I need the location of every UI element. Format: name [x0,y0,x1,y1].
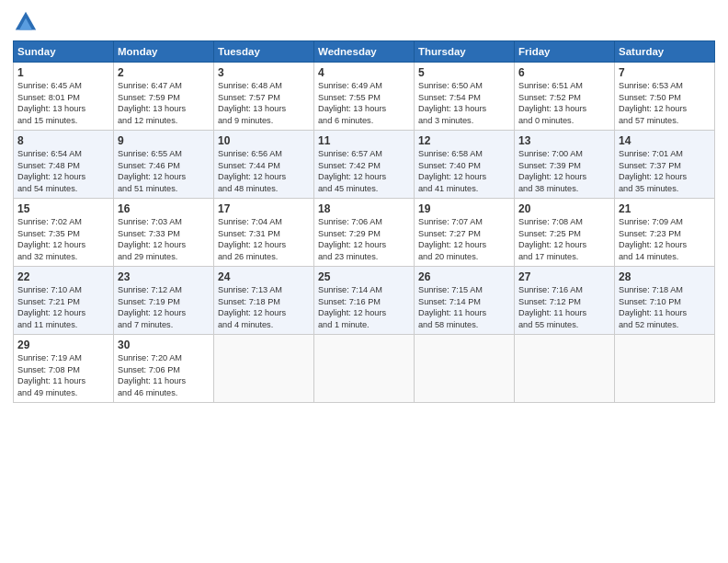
day-info: Sunrise: 7:14 AM Sunset: 7:16 PM Dayligh… [318,284,410,331]
calendar-cell: 9Sunrise: 6:55 AM Sunset: 7:46 PM Daylig… [114,131,214,199]
calendar-cell: 15Sunrise: 7:02 AM Sunset: 7:35 PM Dayli… [14,199,114,267]
day-number: 7 [619,66,711,79]
day-number: 1 [17,66,109,79]
day-number: 30 [118,339,210,351]
day-number: 28 [619,270,711,283]
day-number: 2 [118,66,210,79]
calendar-cell: 26Sunrise: 7:15 AM Sunset: 7:14 PM Dayli… [415,267,515,335]
calendar-cell [615,335,715,403]
day-number: 26 [418,270,510,283]
calendar-header-row: SundayMondayTuesdayWednesdayThursdayFrid… [14,41,715,63]
calendar-body: 1Sunrise: 6:45 AM Sunset: 8:01 PM Daylig… [14,63,715,403]
calendar-table: SundayMondayTuesdayWednesdayThursdayFrid… [13,40,715,403]
day-header-saturday: Saturday [615,41,715,63]
day-number: 24 [218,270,310,283]
day-info: Sunrise: 6:56 AM Sunset: 7:44 PM Dayligh… [218,148,310,195]
day-info: Sunrise: 7:13 AM Sunset: 7:18 PM Dayligh… [218,284,310,331]
calendar-cell: 16Sunrise: 7:03 AM Sunset: 7:33 PM Dayli… [114,199,214,267]
week-row-5: 29Sunrise: 7:19 AM Sunset: 7:08 PM Dayli… [14,335,715,403]
day-number: 4 [318,66,410,79]
day-header-monday: Monday [114,41,214,63]
calendar-cell: 7Sunrise: 6:53 AM Sunset: 7:50 PM Daylig… [615,63,715,131]
day-info: Sunrise: 6:55 AM Sunset: 7:46 PM Dayligh… [118,148,210,195]
day-number: 5 [418,66,510,79]
day-info: Sunrise: 6:57 AM Sunset: 7:42 PM Dayligh… [318,148,410,195]
calendar-cell [515,335,615,403]
day-number: 12 [418,134,510,147]
day-info: Sunrise: 7:15 AM Sunset: 7:14 PM Dayligh… [418,284,510,331]
day-number: 8 [17,134,109,147]
page: SundayMondayTuesdayWednesdayThursdayFrid… [0,0,728,563]
calendar-cell [415,335,515,403]
calendar-cell: 3Sunrise: 6:48 AM Sunset: 7:57 PM Daylig… [214,63,314,131]
calendar-cell [314,335,415,403]
calendar-cell: 4Sunrise: 6:49 AM Sunset: 7:55 PM Daylig… [314,63,415,131]
day-number: 29 [17,339,109,351]
day-header-tuesday: Tuesday [214,41,314,63]
day-header-thursday: Thursday [415,41,515,63]
day-info: Sunrise: 7:12 AM Sunset: 7:19 PM Dayligh… [118,284,210,331]
calendar-cell: 2Sunrise: 6:47 AM Sunset: 7:59 PM Daylig… [114,63,214,131]
day-info: Sunrise: 7:20 AM Sunset: 7:06 PM Dayligh… [118,352,210,399]
day-info: Sunrise: 6:50 AM Sunset: 7:54 PM Dayligh… [418,80,510,127]
calendar-cell: 23Sunrise: 7:12 AM Sunset: 7:19 PM Dayli… [114,267,214,335]
calendar-cell: 1Sunrise: 6:45 AM Sunset: 8:01 PM Daylig… [14,63,114,131]
day-number: 20 [518,202,610,215]
day-info: Sunrise: 6:54 AM Sunset: 7:48 PM Dayligh… [17,148,109,195]
day-number: 15 [17,202,109,215]
day-number: 9 [118,134,210,147]
day-info: Sunrise: 6:45 AM Sunset: 8:01 PM Dayligh… [17,80,109,127]
day-number: 6 [518,66,610,79]
day-info: Sunrise: 7:06 AM Sunset: 7:29 PM Dayligh… [318,216,410,263]
calendar-cell: 6Sunrise: 6:51 AM Sunset: 7:52 PM Daylig… [515,63,615,131]
calendar-cell: 14Sunrise: 7:01 AM Sunset: 7:37 PM Dayli… [615,131,715,199]
calendar-cell: 25Sunrise: 7:14 AM Sunset: 7:16 PM Dayli… [314,267,415,335]
calendar-cell: 8Sunrise: 6:54 AM Sunset: 7:48 PM Daylig… [14,131,114,199]
day-info: Sunrise: 7:02 AM Sunset: 7:35 PM Dayligh… [17,216,109,263]
day-number: 17 [218,202,310,215]
day-info: Sunrise: 7:18 AM Sunset: 7:10 PM Dayligh… [619,284,711,331]
day-info: Sunrise: 6:58 AM Sunset: 7:40 PM Dayligh… [418,148,510,195]
day-info: Sunrise: 7:07 AM Sunset: 7:27 PM Dayligh… [418,216,510,263]
calendar-cell: 29Sunrise: 7:19 AM Sunset: 7:08 PM Dayli… [14,335,114,403]
day-info: Sunrise: 7:00 AM Sunset: 7:39 PM Dayligh… [518,148,610,195]
day-info: Sunrise: 6:51 AM Sunset: 7:52 PM Dayligh… [518,80,610,127]
header [13,9,715,35]
calendar-cell: 21Sunrise: 7:09 AM Sunset: 7:23 PM Dayli… [615,199,715,267]
day-info: Sunrise: 7:16 AM Sunset: 7:12 PM Dayligh… [518,284,610,331]
calendar-cell: 27Sunrise: 7:16 AM Sunset: 7:12 PM Dayli… [515,267,615,335]
day-number: 21 [619,202,711,215]
day-number: 23 [118,270,210,283]
day-info: Sunrise: 6:53 AM Sunset: 7:50 PM Dayligh… [619,80,711,127]
calendar-cell: 18Sunrise: 7:06 AM Sunset: 7:29 PM Dayli… [314,199,415,267]
day-number: 3 [218,66,310,79]
day-info: Sunrise: 7:08 AM Sunset: 7:25 PM Dayligh… [518,216,610,263]
day-number: 14 [619,134,711,147]
day-number: 27 [518,270,610,283]
day-number: 19 [418,202,510,215]
day-header-sunday: Sunday [14,41,114,63]
day-info: Sunrise: 7:10 AM Sunset: 7:21 PM Dayligh… [17,284,109,331]
day-info: Sunrise: 6:48 AM Sunset: 7:57 PM Dayligh… [218,80,310,127]
calendar-cell: 12Sunrise: 6:58 AM Sunset: 7:40 PM Dayli… [415,131,515,199]
day-number: 18 [318,202,410,215]
calendar-cell: 5Sunrise: 6:50 AM Sunset: 7:54 PM Daylig… [415,63,515,131]
week-row-2: 8Sunrise: 6:54 AM Sunset: 7:48 PM Daylig… [14,131,715,199]
day-number: 13 [518,134,610,147]
day-number: 11 [318,134,410,147]
week-row-3: 15Sunrise: 7:02 AM Sunset: 7:35 PM Dayli… [14,199,715,267]
day-info: Sunrise: 7:04 AM Sunset: 7:31 PM Dayligh… [218,216,310,263]
week-row-4: 22Sunrise: 7:10 AM Sunset: 7:21 PM Dayli… [14,267,715,335]
day-number: 22 [17,270,109,283]
calendar-cell: 22Sunrise: 7:10 AM Sunset: 7:21 PM Dayli… [14,267,114,335]
day-number: 16 [118,202,210,215]
calendar-cell: 30Sunrise: 7:20 AM Sunset: 7:06 PM Dayli… [114,335,214,403]
day-number: 10 [218,134,310,147]
day-info: Sunrise: 6:49 AM Sunset: 7:55 PM Dayligh… [318,80,410,127]
day-info: Sunrise: 7:03 AM Sunset: 7:33 PM Dayligh… [118,216,210,263]
day-info: Sunrise: 6:47 AM Sunset: 7:59 PM Dayligh… [118,80,210,127]
calendar-cell: 20Sunrise: 7:08 AM Sunset: 7:25 PM Dayli… [515,199,615,267]
calendar-cell: 17Sunrise: 7:04 AM Sunset: 7:31 PM Dayli… [214,199,314,267]
logo [13,9,40,35]
calendar-cell: 10Sunrise: 6:56 AM Sunset: 7:44 PM Dayli… [214,131,314,199]
